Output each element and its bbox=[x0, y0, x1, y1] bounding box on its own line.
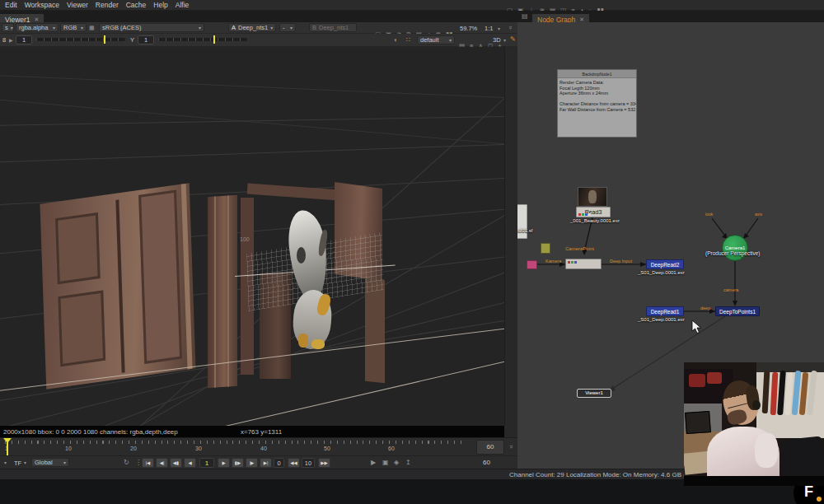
flipbook-icon[interactable]: ▶ bbox=[371, 459, 376, 466]
headlamp-icon[interactable]: ◐ bbox=[394, 36, 398, 44]
wire-label-look: look bbox=[705, 212, 713, 217]
current-frame-field[interactable]: 1 bbox=[199, 458, 214, 468]
view-preset-dropdown[interactable]: default▾ bbox=[417, 35, 455, 44]
fstop-label[interactable]: 8 bbox=[2, 36, 6, 44]
chevron-down-icon[interactable]: ▾ bbox=[498, 26, 500, 31]
playback-end-value[interactable]: 60 bbox=[483, 459, 490, 466]
ruler-ticks bbox=[5, 441, 463, 444]
prev-keyframe-button[interactable]: ◀| bbox=[156, 458, 168, 468]
range-end-field[interactable]: 60 bbox=[476, 440, 504, 455]
roi-icon[interactable]: ▦ bbox=[89, 25, 95, 31]
chevron-down-icon[interactable]: ▾ bbox=[24, 460, 26, 465]
node-viewer1[interactable]: Viewer1 bbox=[577, 389, 611, 398]
input-a-dropdown[interactable]: ADeep_nts1▾ bbox=[228, 23, 276, 32]
chevron-down-icon[interactable]: ▾ bbox=[4, 460, 7, 465]
next-keyframe-button[interactable]: |▶ bbox=[246, 458, 258, 468]
fullscreen-icon[interactable]: ▣ bbox=[382, 459, 389, 466]
node-edge-clipped[interactable] bbox=[517, 204, 527, 239]
menu-workspace[interactable]: Workspace bbox=[25, 1, 59, 9]
pane-gutter bbox=[504, 426, 517, 437]
node-deeptopoints1[interactable]: DeepToPoints1 bbox=[715, 306, 760, 316]
menu-help[interactable]: Help bbox=[153, 1, 167, 9]
collapse-timeline-icon[interactable]: » bbox=[508, 445, 515, 448]
webcam-overlay bbox=[684, 362, 824, 486]
display-style-dropdown[interactable]: RGB▾ bbox=[60, 23, 87, 32]
node-deepread2[interactable]: DeepRead2 bbox=[646, 259, 684, 269]
wire-label-axis: axis bbox=[755, 212, 762, 217]
loop-mode-icon[interactable]: ↻ bbox=[124, 459, 129, 466]
lock-range-icon[interactable]: ◈ bbox=[394, 459, 399, 466]
layer-dropdown[interactable]: s▾ bbox=[2, 23, 14, 32]
playhead-flag[interactable] bbox=[3, 438, 12, 443]
node-camerapoint[interactable] bbox=[565, 259, 602, 269]
gamma-slider-handle[interactable] bbox=[213, 35, 215, 44]
menu-cache[interactable]: Cache bbox=[126, 1, 147, 9]
logo-dot bbox=[817, 497, 822, 502]
node-camera1[interactable]: Camera1 bbox=[722, 235, 748, 261]
step-back-button[interactable]: ◀▮ bbox=[170, 458, 182, 468]
webcam-person-hood bbox=[755, 433, 778, 468]
menu-bar: Edit Workspace Viewer Render Cache Help … bbox=[0, 0, 824, 11]
wipe-mode-dropdown[interactable]: -▾ bbox=[279, 23, 296, 32]
pencil-icon[interactable]: ✎ bbox=[510, 35, 516, 43]
menu-edit[interactable]: Edit bbox=[5, 1, 17, 9]
goto-start-button[interactable]: |◀ bbox=[142, 458, 154, 468]
step-forward-increment-button[interactable]: ▶▶ bbox=[318, 458, 330, 468]
fstop-toggle-icon[interactable]: ▶ bbox=[9, 37, 13, 43]
3d-viewport[interactable]: 100 bbox=[0, 47, 504, 426]
door-panel bbox=[138, 190, 182, 364]
node-read3[interactable]: Read3 bbox=[576, 207, 611, 217]
missing-frames-field[interactable]: 0 bbox=[274, 458, 284, 468]
door-stripe bbox=[227, 195, 229, 386]
ruler-label: 20 bbox=[130, 446, 137, 451]
frame-range-dropdown[interactable]: Global▾ bbox=[31, 458, 69, 467]
step-back-increment-button[interactable]: ◀◀ bbox=[288, 458, 300, 468]
timeline-frame-mode[interactable]: TF bbox=[14, 460, 21, 467]
channel-dots bbox=[578, 213, 591, 216]
pin-icon[interactable]: ↥ bbox=[405, 459, 411, 466]
colorspace-dropdown[interactable]: sRGB (ACES)▾ bbox=[99, 23, 204, 32]
gain-slider-handle[interactable] bbox=[104, 35, 105, 44]
step-forward-button[interactable]: ▮▶ bbox=[232, 458, 244, 468]
thumbnail-figure bbox=[588, 190, 597, 203]
timeline-ruler[interactable]: 1 10 20 30 40 50 60 60 » bbox=[0, 437, 517, 455]
collapse-toolbar-icon[interactable]: » bbox=[507, 26, 514, 29]
gain-slider[interactable] bbox=[36, 38, 125, 41]
menu-render[interactable]: Render bbox=[96, 1, 119, 9]
goto-end-button[interactable]: ▶| bbox=[260, 458, 272, 468]
grid-snap-icon[interactable]: ∷ bbox=[406, 36, 410, 44]
grid-line bbox=[0, 145, 504, 206]
menu-alfie[interactable]: Alfie bbox=[176, 1, 190, 9]
door-edge-highlight bbox=[181, 184, 193, 370]
node-graph-tab-bar: ▤ Node Graph ✕ bbox=[517, 11, 824, 22]
chevron-down-icon: ▾ bbox=[199, 25, 201, 30]
menu-viewer[interactable]: Viewer bbox=[67, 1, 88, 9]
channels-dropdown[interactable]: rgba.alpha▾ bbox=[16, 23, 59, 32]
node-deepread1[interactable]: DeepRead1 bbox=[646, 306, 684, 316]
pane-gutter bbox=[504, 47, 517, 426]
input-b-dropdown[interactable]: BDeep_nts1 bbox=[309, 23, 357, 32]
gamma-input[interactable]: 1 bbox=[138, 35, 154, 44]
view-dimension-dropdown[interactable]: 3D bbox=[493, 36, 501, 44]
range-lock-icon[interactable]: ⋮ bbox=[135, 459, 142, 466]
ruler-label: 50 bbox=[324, 446, 330, 451]
grid-line bbox=[0, 72, 504, 123]
node-postage-pink[interactable] bbox=[527, 260, 537, 269]
play-backward-button[interactable]: ◀ bbox=[184, 458, 196, 468]
frame-increment-field[interactable]: 10 bbox=[302, 458, 315, 468]
gamma-slider[interactable] bbox=[158, 38, 247, 41]
webcam-letterbox bbox=[684, 476, 824, 486]
proxy-ratio[interactable]: 1:1 bbox=[485, 25, 493, 32]
gain-input[interactable]: 1 bbox=[16, 35, 32, 44]
read3-filename: _001_Beauty.0001.exr bbox=[570, 218, 620, 223]
transport-bar: ▾ TF ▾ Global▾ ↻ ⋮ |◀ ◀| ◀▮ ◀ 1 ▶ ▮▶ |▶ … bbox=[0, 455, 517, 469]
webcam-cushion bbox=[707, 372, 722, 384]
node-dot-olive[interactable] bbox=[541, 243, 550, 254]
zoom-level[interactable]: 59.7% bbox=[460, 25, 477, 32]
viewer-info-bar: 2000x1080 bbox: 0 0 2000 1080 channels: … bbox=[0, 426, 504, 437]
chevron-down-icon: ▾ bbox=[63, 460, 66, 465]
chevron-down-icon: ▾ bbox=[81, 25, 83, 30]
play-forward-button[interactable]: ▶ bbox=[218, 458, 230, 468]
logo-letter: F bbox=[804, 483, 813, 501]
pane-menu-icon[interactable]: ▤ bbox=[522, 12, 528, 20]
